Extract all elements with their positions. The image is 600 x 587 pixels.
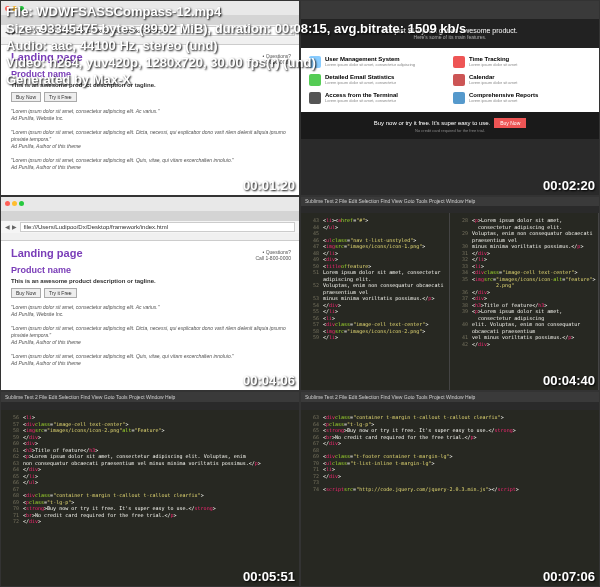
media-info-overlay: File: WDWFSASSCompass-12.mp4 Size: 93345… [0,0,600,92]
timestamp: 00:05:51 [243,569,295,584]
code-pane[interactable]: 63<div class="container t-margin t-callo… [301,410,599,586]
buy-button[interactable]: Buy Now [11,92,41,102]
cta-bar: Buy now or try it free. It's super easy … [301,112,599,139]
thumb-3: ◀ ▶file:///Users/Ludipoo/Dx/Desktop/fram… [0,196,300,392]
code-pane-right[interactable]: 28 <p>Lorem ipsum dolor sit amet, consec… [450,213,599,390]
timestamp: 00:04:40 [543,373,595,388]
thumb-4: Sublime Text 2 File Edit Selection Find … [300,196,600,392]
testimonial: "Lorem ipsum dolor sit amet, consectetur… [11,108,289,171]
editor-menu[interactable]: Sublime Text 2 File Edit Selection Find … [301,197,599,206]
timestamp: 00:07:06 [543,569,595,584]
timestamp: 00:01:20 [243,178,295,193]
generator-line: Generated by Max-X [6,72,594,89]
timestamp: 00:02:20 [543,178,595,193]
code-pane[interactable]: 56<li> 57 <div class="image-cell text-ce… [1,410,299,586]
file-line: File: WDWFSASSCompass-12.mp4 [6,4,594,21]
chart-icon [453,92,465,104]
size-line: Size: 93345475 bytes (89.02 MiB), durati… [6,21,594,38]
try-button[interactable]: Try it Free [44,92,77,102]
video-line: Video: h264, yuv420p, 1280x720, 30.00 fp… [6,55,594,72]
code-pane-left[interactable]: 43<li><a href="#"> 44</ul> 45 46<ul clas… [301,213,450,390]
thumb-6: Sublime Text 2 File Edit Selection Find … [300,391,600,587]
terminal-icon [309,92,321,104]
audio-line: Audio: aac, 44100 Hz, stereo (und) [6,38,594,55]
thumb-5: Sublime Text 2 File Edit Selection Find … [0,391,300,587]
timestamp: 00:04:06 [243,373,295,388]
buy-now-button[interactable]: Buy Now [494,118,526,128]
